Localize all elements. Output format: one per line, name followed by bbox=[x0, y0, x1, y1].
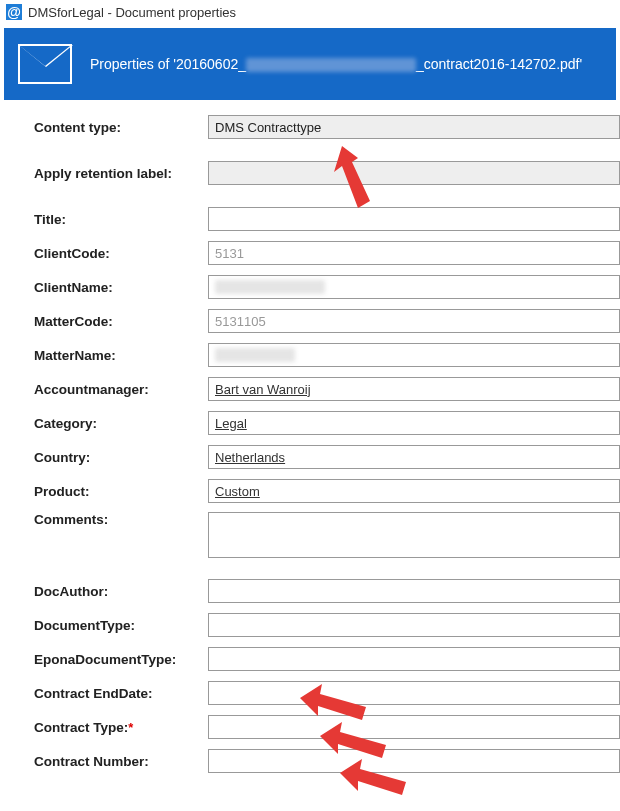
accountmanager-input[interactable]: Bart van Wanroij bbox=[208, 377, 620, 401]
eponadoctype-label: EponaDocumentType: bbox=[34, 652, 208, 667]
window-title: DMSforLegal - Document properties bbox=[28, 5, 236, 20]
title-label: Title: bbox=[34, 212, 208, 227]
content-type-label: Content type: bbox=[34, 120, 208, 135]
clientcode-input[interactable]: 5131 bbox=[208, 241, 620, 265]
clientname-label: ClientName: bbox=[34, 280, 208, 295]
redacted-text bbox=[215, 348, 295, 362]
clientcode-label: ClientCode: bbox=[34, 246, 208, 261]
product-input[interactable]: Custom bbox=[208, 479, 620, 503]
documenttype-input[interactable] bbox=[208, 613, 620, 637]
category-label: Category: bbox=[34, 416, 208, 431]
app-icon: @ bbox=[6, 4, 22, 20]
contract-number-label: Contract Number: bbox=[34, 754, 208, 769]
properties-header: Properties of '20160602__contract2016-14… bbox=[4, 28, 616, 100]
eponadoctype-input[interactable] bbox=[208, 647, 620, 671]
mattername-label: MatterName: bbox=[34, 348, 208, 363]
redacted-text bbox=[246, 58, 416, 72]
country-input[interactable]: Netherlands bbox=[208, 445, 620, 469]
properties-form: Content type: DMS Contracttype Apply ret… bbox=[0, 104, 620, 792]
product-label: Product: bbox=[34, 484, 208, 499]
contract-enddate-input[interactable] bbox=[208, 681, 620, 705]
country-label: Country: bbox=[34, 450, 208, 465]
title-input[interactable] bbox=[208, 207, 620, 231]
clientname-input[interactable] bbox=[208, 275, 620, 299]
properties-header-text: Properties of '20160602__contract2016-14… bbox=[90, 56, 582, 72]
comments-input[interactable] bbox=[208, 512, 620, 558]
retention-label: Apply retention label: bbox=[34, 166, 208, 181]
mattercode-input[interactable]: 5131105 bbox=[208, 309, 620, 333]
retention-field[interactable] bbox=[208, 161, 620, 185]
mattername-input[interactable] bbox=[208, 343, 620, 367]
contract-enddate-label: Contract EndDate: bbox=[34, 686, 208, 701]
window-titlebar: @ DMSforLegal - Document properties bbox=[0, 0, 620, 24]
comments-label: Comments: bbox=[34, 512, 208, 527]
content-type-field[interactable]: DMS Contracttype bbox=[208, 115, 620, 139]
envelope-icon bbox=[18, 44, 72, 84]
contract-type-label: Contract Type:* bbox=[34, 720, 208, 735]
docauthor-label: DocAuthor: bbox=[34, 584, 208, 599]
documenttype-label: DocumentType: bbox=[34, 618, 208, 633]
contract-type-input[interactable] bbox=[208, 715, 620, 739]
accountmanager-label: Accountmanager: bbox=[34, 382, 208, 397]
redacted-text bbox=[215, 280, 325, 294]
category-input[interactable]: Legal bbox=[208, 411, 620, 435]
mattercode-label: MatterCode: bbox=[34, 314, 208, 329]
contract-number-input[interactable] bbox=[208, 749, 620, 773]
docauthor-input[interactable] bbox=[208, 579, 620, 603]
